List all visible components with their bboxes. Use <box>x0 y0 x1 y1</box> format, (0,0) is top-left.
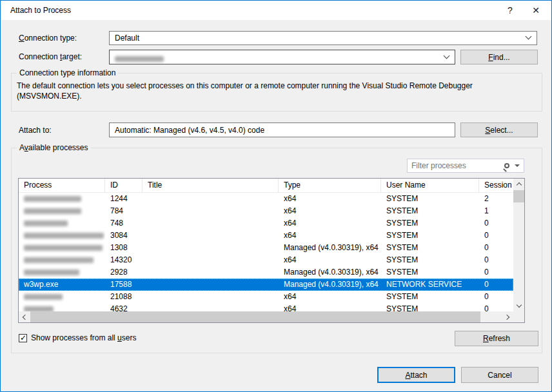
filter-dropdown-icon[interactable] <box>515 164 520 167</box>
cell-id: 14320 <box>105 254 143 266</box>
cell-id: 748 <box>105 217 143 230</box>
cell-process <box>19 217 105 230</box>
show-all-users-checkbox[interactable] <box>19 334 27 342</box>
cell-id: 784 <box>105 205 143 217</box>
cell-session: 0 <box>479 303 513 311</box>
cell-session: 0 <box>479 254 513 266</box>
scroll-right-icon[interactable] <box>502 311 513 322</box>
attach-button[interactable]: Attach <box>377 367 455 383</box>
cell-session: 0 <box>479 230 513 242</box>
find-button[interactable]: Find... <box>460 50 538 64</box>
vertical-scrollbar-thumb[interactable] <box>513 190 524 202</box>
cell-user-name: SYSTEM <box>381 205 479 217</box>
column-header-process[interactable]: Process <box>19 179 105 193</box>
cancel-button[interactable]: Cancel <box>461 367 538 383</box>
column-header-id[interactable]: ID <box>105 179 143 193</box>
help-button[interactable]: ? <box>500 1 520 20</box>
cell-type: x64 <box>279 217 381 230</box>
cell-user-name: SYSTEM <box>381 303 479 311</box>
cell-title <box>143 242 279 254</box>
cell-type: x64 <box>279 254 381 266</box>
cell-title <box>143 217 279 230</box>
process-row[interactable]: 4632x64SYSTEM0 <box>19 303 513 311</box>
cell-title <box>143 230 279 242</box>
show-all-users-label: Show processes from all users <box>31 333 136 342</box>
process-row[interactable]: 2928Managed (v4.0.30319), x64SYSTEM0 <box>19 266 513 279</box>
redacted-process-name <box>24 294 63 300</box>
cell-user-name: SYSTEM <box>381 242 479 254</box>
process-row[interactable]: 3084x64SYSTEM0 <box>19 230 513 242</box>
cell-type: x64 <box>279 303 381 311</box>
cell-process <box>19 254 105 266</box>
cell-session: 0 <box>479 291 513 303</box>
cell-process <box>19 205 105 217</box>
connection-type-label: Connection type: <box>19 34 77 43</box>
process-row[interactable]: 784x64SYSTEM1 <box>19 205 513 217</box>
column-header-title[interactable]: Title <box>143 179 279 193</box>
connection-target-label: Connection target: <box>19 52 82 61</box>
select-button[interactable]: Select... <box>460 122 538 137</box>
cell-id: 2928 <box>105 266 143 279</box>
search-icon <box>504 163 509 168</box>
connection-target-combobox[interactable] <box>109 50 455 64</box>
close-button[interactable]: ✕ <box>526 1 546 20</box>
cell-id: 1308 <box>105 242 143 254</box>
cell-type: x64 <box>279 193 381 205</box>
available-processes-title: Available processes <box>17 143 91 152</box>
cell-type: Managed (v4.0.30319), x64 <box>279 242 381 254</box>
process-row[interactable]: 14320x64SYSTEM0 <box>19 254 513 266</box>
scroll-up-icon[interactable] <box>513 179 524 190</box>
process-rows: 1244x64SYSTEM2784x64SYSTEM1748x64SYSTEM0… <box>19 193 513 311</box>
process-row[interactable]: 21088x64SYSTEM0 <box>19 291 513 303</box>
cell-process <box>19 303 105 311</box>
cell-id: 1244 <box>105 193 143 205</box>
filter-processes-input[interactable]: Filter processes <box>407 159 524 173</box>
cell-process <box>19 230 105 242</box>
available-processes-group: Available processes Filter processes Pro… <box>11 148 542 353</box>
refresh-button[interactable]: Refresh <box>455 331 538 346</box>
redacted-process-name <box>24 233 104 239</box>
column-header-user-name[interactable]: User Name <box>381 179 479 193</box>
dialog-title: Attach to Process <box>1 6 71 15</box>
redacted-process-name <box>24 306 54 311</box>
cell-id: 21088 <box>105 291 143 303</box>
redacted-process-name <box>24 257 94 263</box>
attach-to-process-dialog: Attach to Process ? ✕ Connection type: D… <box>0 0 552 392</box>
process-row[interactable]: 748x64SYSTEM0 <box>19 217 513 230</box>
connection-type-information-group: Connection type information The default … <box>11 73 542 112</box>
cell-user-name: SYSTEM <box>381 230 479 242</box>
connection-type-information-title: Connection type information <box>17 68 118 77</box>
redacted-process-name <box>24 270 79 275</box>
scroll-down-icon[interactable] <box>513 300 524 311</box>
redacted-process-name <box>24 245 103 251</box>
cell-type: x64 <box>279 230 381 242</box>
attach-to-textbox[interactable]: Automatic: Managed (v4.6, v4.5, v4.0) co… <box>109 122 455 137</box>
cell-user-name: SYSTEM <box>381 217 479 230</box>
connection-type-combobox[interactable]: Default <box>109 31 537 45</box>
column-header-session[interactable]: Session <box>479 179 513 193</box>
show-all-users-row[interactable]: Show processes from all users <box>19 333 136 342</box>
cell-user-name: SYSTEM <box>381 254 479 266</box>
chevron-down-icon <box>444 52 450 59</box>
attach-to-value: Automatic: Managed (v4.6, v4.5, v4.0) co… <box>115 126 264 135</box>
cell-session: 0 <box>479 266 513 279</box>
cell-type: x64 <box>279 205 381 217</box>
redacted-connection-target <box>115 56 164 62</box>
process-row[interactable]: w3wp.exe17588Managed (v4.0.30319), x64NE… <box>19 279 513 291</box>
vertical-scrollbar[interactable] <box>513 179 524 311</box>
cell-process <box>19 266 105 279</box>
scroll-left-icon[interactable] <box>19 311 30 322</box>
cell-title <box>143 193 279 205</box>
horizontal-scrollbar-thumb[interactable] <box>30 311 480 322</box>
horizontal-scrollbar[interactable] <box>19 311 513 322</box>
process-row[interactable]: 1244x64SYSTEM2 <box>19 193 513 205</box>
chevron-down-icon <box>526 34 532 40</box>
attach-to-label: Attach to: <box>19 126 52 135</box>
column-header-type[interactable]: Type <box>279 179 381 193</box>
cell-user-name: SYSTEM <box>381 193 479 205</box>
process-row[interactable]: 1308Managed (v4.0.30319), x64SYSTEM0 <box>19 242 513 254</box>
cell-title <box>143 303 279 311</box>
cell-id: 4632 <box>105 303 143 311</box>
redacted-process-name <box>24 208 81 214</box>
cell-process <box>19 242 105 254</box>
